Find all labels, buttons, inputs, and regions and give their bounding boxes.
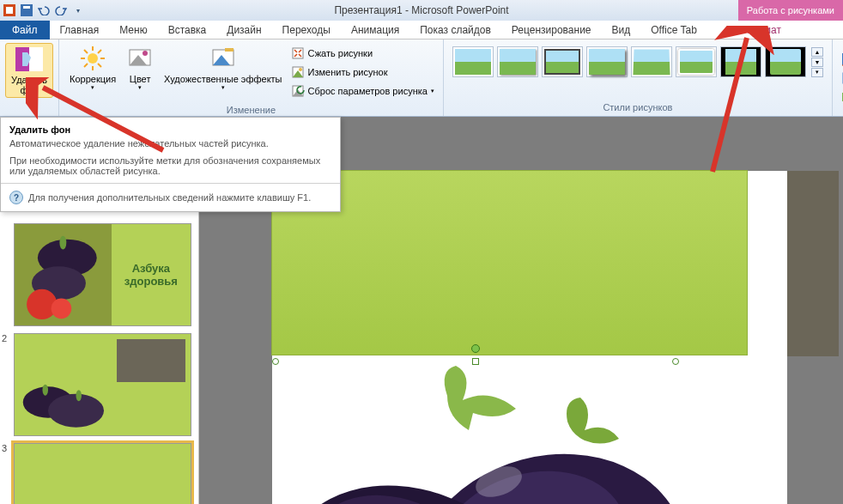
gallery-down-icon[interactable]: ▼ <box>811 58 823 67</box>
style-thumb-6[interactable] <box>676 46 717 77</box>
title-bar: ▾ Презентация1 - Microsoft PowerPoint Ра… <box>0 0 843 21</box>
tab-design[interactable]: Дизайн <box>216 21 271 39</box>
slide-canvas <box>272 171 787 504</box>
context-tab-picture-tools[interactable]: Работа с рисунками <box>738 0 843 21</box>
artistic-label: Художественные эффекты <box>164 74 282 84</box>
corrections-button[interactable]: Коррекция ▾ <box>64 43 121 93</box>
style-thumb-1[interactable] <box>452 46 494 77</box>
save-icon[interactable] <box>19 3 34 18</box>
svg-rect-1 <box>6 7 13 14</box>
slide1-title-line1: Азбука <box>132 262 170 275</box>
qat-more-icon[interactable]: ▾ <box>70 3 86 18</box>
compress-label: Сжать рисунки <box>308 48 373 58</box>
reset-label: Сброс параметров рисунка <box>308 86 428 96</box>
ribbon-group-picture-styles: ▲ ▼ ▾ Стили рисунков <box>444 39 833 116</box>
corrections-label: Коррекция <box>70 74 116 84</box>
style-thumb-4[interactable] <box>586 46 628 77</box>
thumb-number: 3 <box>2 443 10 504</box>
slide-green-shape[interactable] <box>271 170 748 355</box>
style-thumb-3[interactable] <box>542 46 583 77</box>
gallery-scroll: ▲ ▼ ▾ <box>811 47 823 77</box>
slide1-title-line2: здоровья <box>124 275 178 288</box>
rotation-handle[interactable] <box>471 344 480 353</box>
color-icon <box>126 45 154 72</box>
window-title: Презентация1 - Microsoft PowerPoint <box>334 4 508 16</box>
slide-preview-1: Азбука здоровья <box>14 223 191 326</box>
thumb-number <box>2 223 10 326</box>
tab-format[interactable]: Формат <box>734 21 791 39</box>
style-thumb-7[interactable] <box>720 46 761 77</box>
tooltip-title: Удалить фон <box>1 118 340 138</box>
tab-transitions[interactable]: Переходы <box>272 21 341 39</box>
remove-background-button[interactable]: Удалить фон <box>5 43 53 98</box>
picture-layout-button[interactable]: Макет ри <box>838 88 843 106</box>
remove-background-label: Удалить фон <box>11 75 47 95</box>
selected-picture[interactable] <box>276 361 676 504</box>
undo-icon[interactable] <box>36 3 52 18</box>
style-thumb-8[interactable] <box>765 46 806 77</box>
svg-point-17 <box>143 51 148 56</box>
tab-file[interactable]: Файл <box>0 21 50 39</box>
gallery-up-icon[interactable]: ▲ <box>811 47 823 57</box>
artistic-effects-button[interactable]: Художественные эффекты ▾ <box>159 43 287 93</box>
brightness-icon <box>79 45 106 72</box>
tab-office-tab[interactable]: Office Tab <box>640 21 707 39</box>
svg-rect-20 <box>225 48 233 52</box>
help-icon: ? <box>9 191 23 204</box>
app-icon[interactable] <box>2 3 17 18</box>
thumbnail-1[interactable]: Азбука здоровья <box>0 220 198 330</box>
reset-picture-button[interactable]: Сброс параметров рисунка ▾ <box>288 82 438 100</box>
remove-background-icon <box>15 46 43 73</box>
thumb-number: 2 <box>2 333 10 436</box>
picture-border-button[interactable]: Граница ри <box>838 51 843 68</box>
tooltip-desc-2: При необходимости используйте метки для … <box>1 155 340 183</box>
style-thumb-5[interactable] <box>631 46 672 77</box>
svg-point-36 <box>52 299 72 319</box>
svg-point-24 <box>299 68 302 71</box>
tab-animation[interactable]: Анимация <box>341 21 409 39</box>
thumbnail-3[interactable]: 3 <box>0 440 198 504</box>
reset-icon <box>291 84 305 98</box>
tab-review[interactable]: Рецензирование <box>501 21 602 39</box>
change-picture-label: Изменить рисунок <box>308 67 388 77</box>
svg-line-11 <box>84 50 88 53</box>
change-picture-icon <box>291 65 305 79</box>
svg-line-14 <box>98 50 101 53</box>
ribbon-group-remove-bg: Удалить фон <box>0 39 59 116</box>
tab-insert[interactable]: Вставка <box>158 21 217 39</box>
picture-effects-button[interactable]: Эффекты <box>838 70 843 87</box>
group-label-styles: Стили рисунков <box>444 100 832 116</box>
tooltip-footer: ? Для получения дополнительных сведений … <box>1 183 340 211</box>
tooltip-footer-text: Для получения дополнительных сведений на… <box>28 192 311 203</box>
tab-view[interactable]: Вид <box>602 21 641 39</box>
svg-point-41 <box>76 390 82 401</box>
tooltip-desc-1: Автоматическое удаление нежелательных ча… <box>1 138 340 155</box>
svg-rect-21 <box>293 48 303 58</box>
thumbnail-2[interactable]: 2 <box>0 330 198 440</box>
ribbon-group-adjust: Коррекция ▾ Цвет ▾ Художественные эффект… <box>59 39 444 116</box>
color-button[interactable]: Цвет ▾ <box>121 43 159 93</box>
redo-icon[interactable] <box>53 3 69 18</box>
slide-preview-2 <box>14 333 191 436</box>
compress-pictures-button[interactable]: Сжать рисунки <box>288 45 438 62</box>
compress-icon <box>291 46 305 60</box>
quick-access-toolbar: ▾ <box>0 3 86 18</box>
svg-line-12 <box>98 64 101 67</box>
ribbon-group-format-right: Граница ри Эффекты Макет ри <box>833 39 843 116</box>
svg-point-40 <box>43 385 49 396</box>
svg-line-13 <box>84 64 88 67</box>
ribbon: Удалить фон Коррекция ▾ Цвет ▾ Художеств… <box>0 39 843 117</box>
svg-point-39 <box>48 394 104 428</box>
style-thumb-2[interactable] <box>497 46 538 77</box>
tab-menu[interactable]: Меню <box>109 21 157 39</box>
slide-gray-shape[interactable] <box>787 171 839 356</box>
color-label: Цвет <box>130 74 151 84</box>
tab-slideshow[interactable]: Показ слайдов <box>409 21 501 39</box>
slide-preview-3 <box>14 443 191 504</box>
artistic-icon <box>209 45 237 72</box>
gallery-more-icon[interactable]: ▾ <box>811 68 823 77</box>
tooltip-remove-background: Удалить фон Автоматическое удаление неже… <box>0 117 341 212</box>
picture-styles-gallery: ▲ ▼ ▾ <box>449 43 827 81</box>
tab-home[interactable]: Главная <box>50 21 110 39</box>
change-picture-button[interactable]: Изменить рисунок <box>288 64 438 81</box>
